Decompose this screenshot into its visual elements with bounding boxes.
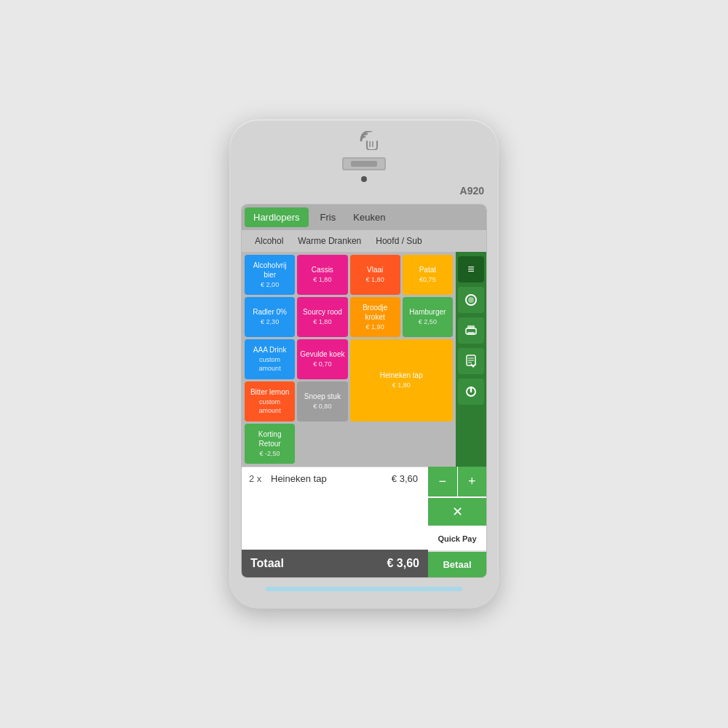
order-section: 2 x Heineken tap € 3,60 Totaal € 3,60 <box>242 467 428 577</box>
camera <box>361 176 367 182</box>
product-btn[interactable]: Bitter lemoncustom amount <box>245 381 295 422</box>
product-btn[interactable]: Korting Retour€ -2,50 <box>245 424 295 464</box>
action-section: − + ✕ Quick Pay Betaal <box>428 467 486 577</box>
product-btn[interactable]: Heineken tap€ 1,80 <box>350 339 454 422</box>
product-btn[interactable]: Cassis€ 1,80 <box>297 255 347 295</box>
total-amount: € 3,60 <box>387 557 419 570</box>
tabs-row-1: Hardlopers Fris Keuken <box>242 205 486 230</box>
betaal-button[interactable]: Betaal <box>428 552 486 577</box>
order-name: Heineken tap <box>271 473 392 484</box>
nfc-area <box>335 132 393 153</box>
sidebar-receipt-btn[interactable] <box>458 348 484 374</box>
card-slot-inner <box>351 161 377 167</box>
plus-button[interactable]: + <box>458 467 487 496</box>
quick-pay-button[interactable]: Quick Pay <box>428 527 486 552</box>
order-line: 2 x Heineken tap € 3,60 <box>242 467 428 490</box>
delete-button[interactable]: ✕ <box>428 498 486 527</box>
product-btn[interactable]: Patat€0,75 <box>403 255 453 295</box>
total-label: Totaal <box>250 557 387 570</box>
product-btn[interactable]: Vlaai€ 1,80 <box>350 255 400 295</box>
product-btn[interactable]: Broodje kroket€ 1,90 <box>350 297 400 337</box>
device-bottom-bar <box>266 587 462 591</box>
svg-rect-5 <box>467 325 475 329</box>
product-grid: Alcoholvrij bier€ 2,00Cassis€ 1,80Vlaai€… <box>242 252 456 467</box>
device-top: A920 <box>241 132 487 198</box>
tab-warme-dranken[interactable]: Warme Dranken <box>290 233 368 249</box>
product-btn[interactable]: Radler 0%€ 2,30 <box>245 297 295 337</box>
tab-fris[interactable]: Fris <box>312 206 345 229</box>
svg-rect-6 <box>467 332 475 335</box>
nfc-icon <box>347 131 381 154</box>
sidebar-power-btn[interactable] <box>458 379 484 405</box>
sidebar-menu-btn[interactable]: ≡ <box>458 256 484 282</box>
total-bar: Totaal € 3,60 <box>242 550 428 577</box>
svg-point-3 <box>468 297 474 303</box>
device: A920 Hardlopers Fris Keuken Alcohol Warm… <box>229 119 499 609</box>
product-btn[interactable]: Gevulde koek€ 0,70 <box>297 339 347 379</box>
tab-keuken[interactable]: Keuken <box>344 206 394 229</box>
sidebar-coins-btn[interactable] <box>458 287 484 313</box>
tab-hardlopers[interactable]: Hardlopers <box>245 207 309 227</box>
sidebar: ≡ <box>456 252 486 467</box>
model-label: A920 <box>460 185 487 197</box>
main-area: Alcoholvrij bier€ 2,00Cassis€ 1,80Vlaai€… <box>242 252 486 467</box>
sidebar-printer-btn[interactable] <box>458 317 484 344</box>
product-btn[interactable]: Alcoholvrij bier€ 2,00 <box>245 255 295 295</box>
tabs-row-2: Alcohol Warme Dranken Hoofd / Sub <box>242 230 486 252</box>
screen: Hardlopers Fris Keuken Alcohol Warme Dra… <box>241 204 487 578</box>
minus-button[interactable]: − <box>428 467 458 496</box>
product-btn[interactable]: Snoep stuk€ 0,80 <box>297 381 347 422</box>
product-btn[interactable]: Hamburger€ 2,50 <box>403 297 453 337</box>
minus-plus-row: − + <box>428 467 486 498</box>
product-btn[interactable]: Sourcy rood€ 1,80 <box>297 297 347 337</box>
product-btn[interactable]: AAA Drinkcustom amount <box>245 339 295 379</box>
order-quantity: 2 x <box>249 473 266 484</box>
bottom-area: 2 x Heineken tap € 3,60 Totaal € 3,60 − … <box>242 467 486 577</box>
order-price: € 3,60 <box>392 473 418 484</box>
tab-alcohol[interactable]: Alcohol <box>248 233 290 249</box>
card-slot <box>342 157 386 170</box>
tab-hoofd-sub[interactable]: Hoofd / Sub <box>368 233 429 249</box>
